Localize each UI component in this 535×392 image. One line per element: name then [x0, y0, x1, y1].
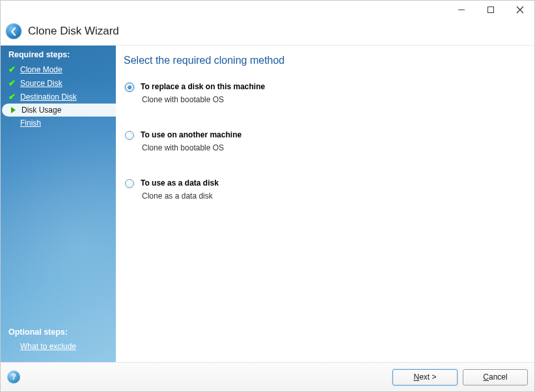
body: Required steps: ✔ Clone Mode ✔ Source Di…	[1, 46, 534, 362]
radio-icon[interactable]	[125, 131, 134, 140]
option-texts: To replace a disk on this machine Clone …	[141, 82, 265, 104]
step-label: What to exclude	[20, 342, 76, 351]
radio-icon[interactable]	[125, 179, 134, 188]
step-source-disk[interactable]: ✔ Source Disk	[1, 76, 116, 90]
required-steps-heading: Required steps:	[1, 46, 116, 63]
next-button[interactable]: Next >	[392, 369, 458, 385]
check-icon: ✔	[7, 64, 16, 74]
option-title: To use on another machine	[141, 130, 241, 139]
step-what-to-exclude[interactable]: What to exclude	[1, 340, 116, 353]
sidebar: Required steps: ✔ Clone Mode ✔ Source Di…	[1, 46, 116, 362]
option-title: To replace a disk on this machine	[141, 82, 265, 91]
cancel-accel: C	[483, 372, 489, 382]
titlebar	[1, 1, 534, 20]
option-desc: Clone with bootable OS	[141, 143, 241, 152]
maximize-button[interactable]	[476, 1, 505, 19]
close-button[interactable]	[505, 1, 534, 19]
check-icon: ✔	[7, 92, 16, 102]
minimize-button[interactable]	[446, 1, 476, 19]
arrow-right-icon	[8, 107, 18, 113]
step-disk-usage[interactable]: Disk Usage	[2, 104, 116, 117]
wizard-window: Clone Disk Wizard Required steps: ✔ Clon…	[0, 0, 535, 392]
optional-steps-block: Optional steps: What to exclude	[1, 323, 116, 362]
step-destination-disk[interactable]: ✔ Destination Disk	[1, 90, 116, 104]
option-desc: Clone as a data disk	[141, 191, 219, 201]
option-data-disk[interactable]: To use as a data disk Clone as a data di…	[124, 178, 519, 201]
option-title: To use as a data disk	[141, 178, 219, 188]
option-texts: To use on another machine Clone with boo…	[141, 130, 241, 152]
step-label: Finish	[20, 119, 41, 128]
step-label: Disk Usage	[21, 105, 61, 115]
next-rest: ext >	[419, 372, 436, 382]
cancel-button[interactable]: Cancel	[463, 369, 528, 385]
wizard-title: Clone Disk Wizard	[28, 25, 119, 38]
footer: ? Next > Cancel	[1, 362, 534, 391]
step-label: Clone Mode	[20, 65, 62, 74]
radio-icon[interactable]	[125, 83, 134, 92]
optional-steps-heading: Optional steps:	[1, 323, 116, 340]
next-accel: N	[413, 372, 419, 382]
step-clone-mode[interactable]: ✔ Clone Mode	[1, 63, 116, 76]
back-button[interactable]	[6, 23, 21, 39]
help-icon: ?	[11, 372, 16, 382]
option-desc: Clone with bootable OS	[141, 95, 265, 104]
main-heading: Select the required cloning method	[124, 55, 519, 66]
help-button[interactable]: ?	[7, 371, 20, 384]
cloning-method-group: To replace a disk on this machine Clone …	[124, 82, 519, 201]
step-label: Destination Disk	[20, 92, 77, 102]
main-panel: Select the required cloning method To re…	[116, 46, 534, 362]
header-bar: Clone Disk Wizard	[1, 20, 534, 46]
check-icon: ✔	[7, 78, 16, 88]
option-same-machine[interactable]: To replace a disk on this machine Clone …	[124, 82, 519, 104]
step-label: Source Disk	[20, 79, 62, 88]
cancel-rest: ancel	[489, 372, 508, 382]
option-texts: To use as a data disk Clone as a data di…	[141, 178, 219, 201]
required-steps-list: ✔ Clone Mode ✔ Source Disk ✔ Destination…	[1, 63, 116, 130]
step-finish[interactable]: Finish	[1, 117, 116, 130]
svg-rect-1	[487, 7, 493, 13]
option-another-machine[interactable]: To use on another machine Clone with boo…	[124, 130, 519, 152]
